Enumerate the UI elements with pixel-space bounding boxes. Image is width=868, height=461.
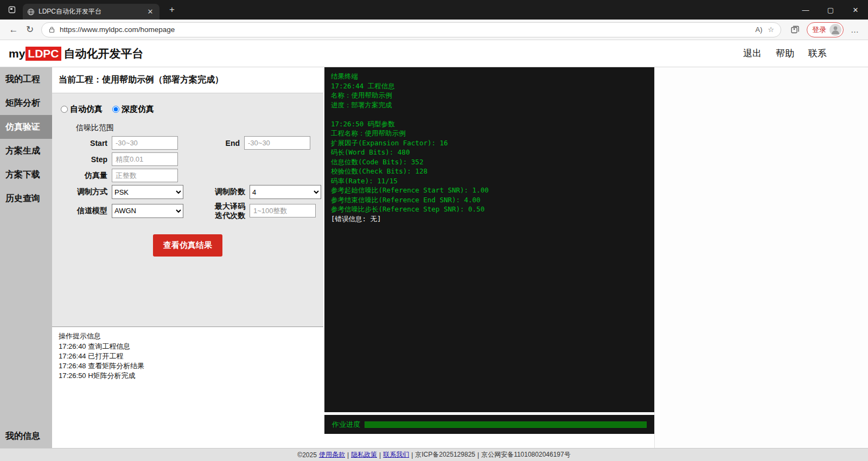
terminal-line: 参考信噪比步长(Reference Step SNR): 0.50 [331, 204, 648, 214]
start-label: Start [52, 139, 112, 148]
tab-close-icon[interactable]: ✕ [145, 8, 155, 16]
new-tab-icon[interactable]: + [165, 3, 179, 17]
sim-amount-input[interactable] [112, 169, 178, 182]
simulation-form-column: 当前工程：使用帮助示例（部署方案完成） 自动仿真 深度仿真 信噪比范围 Star… [52, 67, 323, 448]
sidebar-item-my-info[interactable]: 我的信息 [0, 424, 52, 448]
log-line: 17:26:48 查看矩阵分析结果 [59, 361, 317, 371]
simulation-form: 自动仿真 深度仿真 信噪比范围 Start End Step [52, 93, 323, 326]
terminal-bottom-space [324, 434, 654, 448]
auto-simulation-radio[interactable]: 自动仿真 [61, 104, 103, 114]
privacy-link[interactable]: 隐私政策 [351, 450, 377, 459]
collections-icon[interactable] [790, 25, 800, 34]
login-label: 登录 [812, 25, 826, 35]
logo-my: my [9, 47, 25, 60]
log-title: 操作提示信息 [59, 331, 317, 341]
terminal-line: 参考结束信噪比(Reference End SNR): 4.00 [331, 195, 648, 205]
log-line: 17:26:44 已打开工程 [59, 351, 317, 361]
close-icon[interactable]: ✕ [843, 0, 868, 20]
terminal-line: 扩展因子(Expansion Factor): 16 [331, 138, 648, 148]
snr-start-end-row: Start End [52, 136, 323, 150]
modulation-row: 调制方式 PSK 调制阶数 4 [52, 185, 323, 199]
browser-window: LDPC自动化开发平台 ✕ + — ▢ ✕ ← ↻ https://www.my… [0, 0, 868, 461]
auto-simulation-radio-input[interactable] [61, 106, 68, 113]
refresh-icon[interactable]: ↻ [22, 22, 38, 38]
max-iter-label: 最大译码 迭代次数 [197, 202, 250, 220]
contact-us-link[interactable]: 联系我们 [383, 450, 409, 459]
sidebar-item-my-projects[interactable]: 我的工程 [0, 67, 52, 91]
mod-order-select[interactable]: 4 [250, 185, 321, 199]
address-bar[interactable]: https://www.myldpc.com/homepage A) ☆ [41, 22, 781, 37]
deep-simulation-radio-input[interactable] [112, 106, 119, 113]
step-label: Step [52, 155, 112, 164]
snr-step-row: Step [52, 152, 323, 166]
logout-link[interactable]: 退出 [743, 47, 762, 60]
minimize-icon[interactable]: — [793, 0, 818, 20]
header-links: 退出 帮助 联系 [743, 47, 859, 60]
result-terminal: 结果终端 17:26:44 工程信息 名称：使用帮助示例 进度：部署方案完成 1… [324, 67, 654, 412]
icp-text: 京ICP备2025129825 [415, 450, 475, 459]
page-body: 我的工程 矩阵分析 仿真验证 方案生成 方案下载 历史查询 我的信息 当前工程：… [0, 67, 868, 448]
job-progress-panel: 作业进度 [324, 415, 654, 434]
logo-ldpc: LDPC [25, 47, 61, 61]
job-progress-bar [365, 421, 647, 428]
terminal-column: 结果终端 17:26:44 工程信息 名称：使用帮助示例 进度：部署方案完成 1… [324, 67, 654, 448]
terminal-line: 结果终端 [331, 72, 648, 81]
sidebar-item-simulation-verify[interactable]: 仿真验证 [0, 115, 52, 139]
favorite-star-icon[interactable]: ☆ [768, 25, 774, 34]
globe-icon [27, 8, 35, 16]
channel-select[interactable]: AWGN [112, 204, 183, 218]
snr-step-input[interactable] [112, 152, 178, 166]
browser-toolbar: ← ↻ https://www.myldpc.com/homepage A) ☆… [0, 20, 868, 40]
auto-simulation-label: 自动仿真 [70, 104, 103, 114]
tab-strip: LDPC自动化开发平台 ✕ + — ▢ ✕ [0, 0, 868, 20]
log-line: 17:26:50 H矩阵分析完成 [59, 371, 317, 381]
terminal-line [331, 110, 648, 119]
sim-amount-label: 仿真量 [52, 171, 112, 181]
sidebar-item-history-query[interactable]: 历史查询 [0, 187, 52, 210]
job-progress-label: 作业进度 [332, 420, 360, 430]
sidebar-item-scheme-download[interactable]: 方案下载 [0, 163, 52, 187]
sidebar-item-scheme-generate[interactable]: 方案生成 [0, 139, 52, 163]
channel-row: 信道模型 AWGN 最大译码 迭代次数 [52, 202, 323, 220]
site-header: my LDPC 自动化开发平台 退出 帮助 联系 [0, 40, 868, 67]
terminal-line: 信息位数(Code Bits): 352 [331, 157, 648, 167]
browser-tab[interactable]: LDPC自动化开发平台 ✕ [23, 4, 159, 20]
tab-list-icon[interactable] [4, 2, 20, 17]
maximize-icon[interactable]: ▢ [818, 0, 843, 20]
avatar[interactable] [829, 24, 841, 36]
tab-title: LDPC自动化开发平台 [39, 7, 145, 16]
sim-amount-row: 仿真量 [52, 169, 323, 182]
modulation-select[interactable]: PSK [112, 185, 183, 199]
contact-link[interactable]: 联系 [808, 47, 827, 60]
copyright-text: ©2025 [297, 451, 317, 459]
sidebar: 我的工程 矩阵分析 仿真验证 方案生成 方案下载 历史查询 我的信息 [0, 67, 52, 448]
sidebar-item-matrix-analysis[interactable]: 矩阵分析 [0, 91, 52, 115]
read-aloud-icon[interactable]: A) [755, 25, 762, 34]
terms-link[interactable]: 使用条款 [319, 450, 345, 459]
footer-separator: | [347, 451, 349, 459]
snr-end-input[interactable] [244, 136, 310, 150]
help-link[interactable]: 帮助 [776, 47, 794, 60]
current-project-title: 当前工程：使用帮助示例（部署方案完成） [52, 67, 323, 93]
view-results-button[interactable]: 查看仿真结果 [153, 234, 222, 257]
simulation-mode-radios: 自动仿真 深度仿真 [61, 104, 323, 114]
terminal-line: 校验位数(Check Bits): 128 [331, 167, 648, 176]
end-label: End [192, 139, 244, 148]
login-button[interactable]: 登录 [807, 22, 844, 37]
more-menu-icon[interactable]: … [851, 25, 859, 34]
max-iter-input[interactable] [250, 204, 316, 217]
site-lock-icon [48, 26, 55, 33]
deep-simulation-radio[interactable]: 深度仿真 [112, 104, 154, 114]
page-footer: ©2025 使用条款 | 隐私政策 | 联系我们 | 京ICP备20251298… [0, 448, 868, 461]
footer-separator: | [477, 451, 479, 459]
modulation-label: 调制方式 [52, 187, 112, 197]
terminal-line: 进度：部署方案完成 [331, 100, 648, 110]
terminal-line: 码长(Word Bits): 480 [331, 148, 648, 157]
site-title: 自动化开发平台 [64, 46, 144, 61]
back-icon[interactable]: ← [5, 22, 22, 38]
url-text[interactable]: https://www.myldpc.com/homepage [60, 25, 750, 34]
terminal-line: 码率(Rate): 11/15 [331, 176, 648, 186]
right-results-panel [654, 67, 868, 448]
mod-order-label: 调制阶数 [197, 187, 250, 197]
snr-start-input[interactable] [112, 136, 178, 150]
